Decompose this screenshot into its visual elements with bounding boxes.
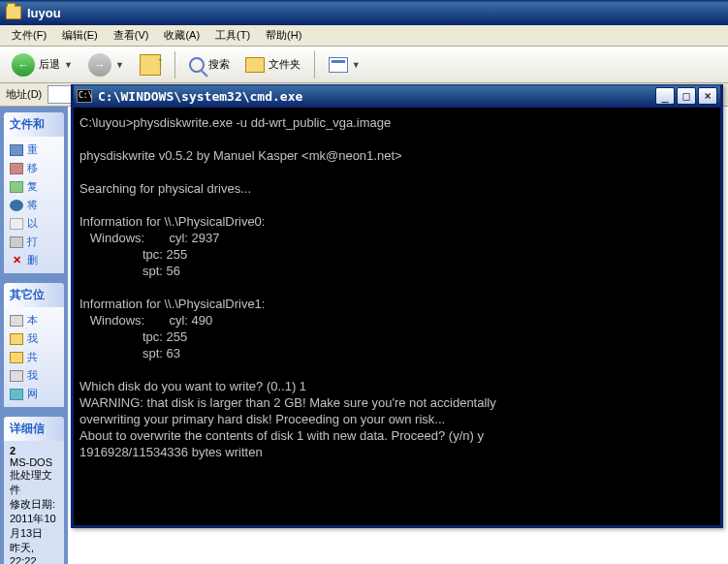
search-label: 搜索 [208,57,230,72]
place-label: 共 [27,350,38,364]
folder-icon [10,333,23,345]
menu-file[interactable]: 文件(F) [4,26,54,45]
details-time-label: 昨天, [10,542,34,553]
copy-icon [10,181,23,193]
place-share[interactable]: 共 [10,348,58,366]
back-label: 后退 [39,57,60,72]
chevron-down-icon: ▼ [115,60,124,70]
cmd-icon: C:\ [77,89,92,103]
toolbar: ← 后退 ▼ → ▼ 搜索 文件夹 ▼ [0,47,728,83]
menu-edit[interactable]: 编辑(E) [54,26,106,45]
task-label: 打 [27,235,38,249]
up-button[interactable] [134,51,167,78]
task-delete[interactable]: ✕删 [10,251,58,269]
task-web[interactable]: 将 [10,196,58,214]
address-label: 地址(D) [6,87,42,102]
folder-icon [10,352,23,363]
minimize-button[interactable]: _ [655,87,675,105]
panel-header[interactable]: 其它位 [4,283,64,307]
search-icon [189,57,205,73]
task-pane: 文件和 重 移 复 将 以 打 ✕删 其它位 本 我 共 我 网 详细信 [0,107,68,564]
move-icon [10,163,23,174]
details-type: MS-DOS 批处理文件 [10,456,58,497]
task-copy[interactable]: 复 [10,177,58,196]
panel-header[interactable]: 详细信 [4,417,64,441]
panel-header[interactable]: 文件和 [4,112,64,137]
search-button[interactable]: 搜索 [183,54,236,76]
chevron-down-icon: ▼ [64,60,73,70]
drive-icon [10,315,23,327]
menu-fav[interactable]: 收藏(A) [156,26,207,45]
cmd-output[interactable]: C:\luyou>physdiskwrite.exe -u dd-wrt_pub… [74,108,720,525]
separator [174,51,175,78]
print-icon [10,236,23,248]
folders-button[interactable]: 文件夹 [239,54,306,76]
other-places-panel: 其它位 本 我 共 我 网 [4,283,64,407]
maximize-button[interactable]: □ [677,87,696,105]
details-mod-label: 修改日期: [10,498,55,510]
folders-icon [245,57,265,73]
network-icon [10,389,23,400]
task-label: 将 [27,198,38,212]
place-label: 我 [27,368,38,383]
place-computer[interactable]: 我 [10,366,58,385]
explorer-title: luyou [27,6,61,20]
web-icon [10,200,23,211]
up-folder-icon [140,54,161,76]
forward-icon: → [88,53,111,77]
task-label: 复 [27,179,38,194]
delete-icon: ✕ [10,255,23,266]
task-print[interactable]: 打 [10,233,58,251]
explorer-titlebar[interactable]: luyou [0,0,728,25]
task-email[interactable]: 以 [10,214,58,233]
task-rename[interactable]: 重 [10,141,58,159]
menu-help[interactable]: 帮助(H) [258,26,309,45]
details-mod-date: 2011年10月13日 [10,513,56,539]
place-drive[interactable]: 本 [10,311,58,329]
back-icon: ← [12,53,35,77]
back-button[interactable]: ← 后退 ▼ [6,50,79,79]
separator [314,51,315,78]
views-icon [329,57,348,73]
place-network[interactable]: 网 [10,385,58,403]
task-label: 重 [27,142,38,157]
menu-view[interactable]: 查看(V) [106,26,157,45]
menu-tools[interactable]: 工具(T) [207,26,258,45]
file-tasks-panel: 文件和 重 移 复 将 以 打 ✕删 [4,112,64,273]
details-panel: 详细信 2 MS-DOS 批处理文件 修改日期: 2011年10月13日 昨天,… [4,417,64,564]
forward-button[interactable]: → ▼ [82,50,130,79]
details-name: 2 [10,445,16,456]
folders-label: 文件夹 [269,57,301,72]
email-icon [10,218,23,230]
close-button[interactable]: × [698,87,717,105]
menu-bar: 文件(F) 编辑(E) 查看(V) 收藏(A) 工具(T) 帮助(H) [0,25,728,47]
computer-icon [10,370,23,382]
task-move[interactable]: 移 [10,159,58,177]
cmd-title: C:\WINDOWS\system32\cmd.exe [98,89,655,104]
place-label: 我 [27,331,38,346]
task-label: 以 [27,216,38,231]
place-label: 本 [27,313,38,328]
cmd-window[interactable]: C:\ C:\WINDOWS\system32\cmd.exe _ □ × C:… [71,84,723,528]
rename-icon [10,144,23,156]
folder-icon [6,6,21,19]
views-button[interactable]: ▼ [323,54,366,76]
chevron-down-icon: ▼ [352,60,361,70]
cmd-titlebar[interactable]: C:\ C:\WINDOWS\system32\cmd.exe _ □ × [74,84,720,108]
task-label: 删 [27,253,38,267]
task-label: 移 [27,161,38,175]
place-docs[interactable]: 我 [10,329,58,348]
place-label: 网 [27,387,38,401]
details-time: 22:22 [10,555,37,564]
